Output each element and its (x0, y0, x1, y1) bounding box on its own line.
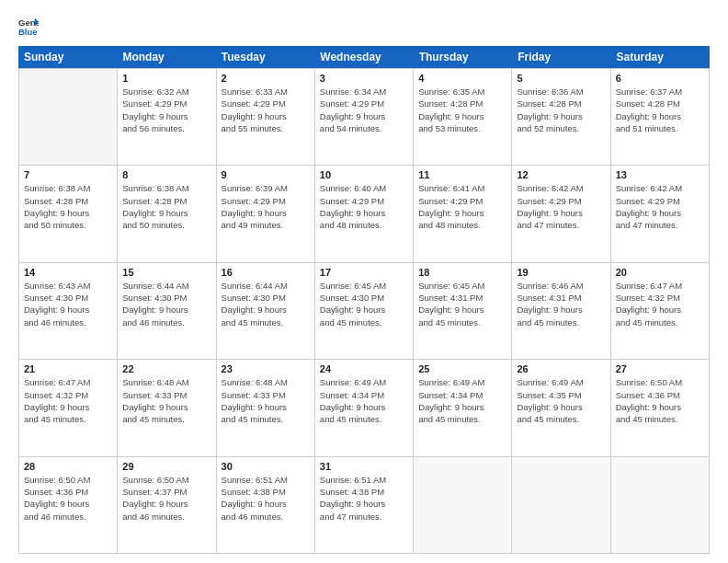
calendar-cell: 8Sunrise: 6:38 AMSunset: 4:28 PMDaylight… (118, 166, 216, 261)
cell-info-line: and 48 minutes. (418, 219, 506, 231)
weekday-header: Monday (117, 46, 215, 68)
cell-info-line: and 46 minutes. (24, 511, 112, 523)
calendar-cell: 31Sunrise: 6:51 AMSunset: 4:38 PMDayligh… (315, 457, 414, 553)
calendar-cell: 4Sunrise: 6:35 AMSunset: 4:28 PMDaylight… (414, 69, 512, 165)
calendar-cell: 12Sunrise: 6:42 AMSunset: 4:29 PMDayligh… (512, 166, 610, 261)
cell-info-line: Sunset: 4:38 PM (320, 486, 408, 498)
cell-info-line: Sunset: 4:29 PM (616, 195, 704, 207)
cell-info-line: Daylight: 9 hours (616, 110, 704, 122)
calendar-cell: 13Sunrise: 6:42 AMSunset: 4:29 PMDayligh… (611, 166, 710, 261)
cell-info-line: Sunrise: 6:49 AM (418, 376, 506, 388)
calendar-cell (19, 69, 118, 165)
cell-info-line: Sunset: 4:33 PM (122, 389, 210, 401)
calendar-cell: 1Sunrise: 6:32 AMSunset: 4:29 PMDaylight… (118, 69, 216, 165)
day-number: 26 (517, 363, 605, 374)
cell-info-line: Daylight: 9 hours (222, 207, 310, 219)
calendar-cell: 26Sunrise: 6:49 AMSunset: 4:35 PMDayligh… (512, 360, 610, 455)
cell-info-line: Daylight: 9 hours (222, 401, 310, 413)
day-number: 11 (418, 169, 506, 180)
cell-info-line: and 53 minutes. (418, 122, 506, 134)
cell-info-line: and 45 minutes. (222, 413, 310, 425)
cell-info-line: Daylight: 9 hours (517, 304, 605, 316)
cell-info-line: Sunset: 4:38 PM (222, 486, 310, 498)
cell-info-line: Sunset: 4:36 PM (616, 389, 704, 401)
day-number: 27 (616, 363, 704, 374)
day-number: 15 (122, 267, 210, 278)
day-number: 8 (122, 169, 210, 180)
cell-info-line: Sunrise: 6:38 AM (24, 182, 112, 194)
day-number: 17 (320, 267, 408, 278)
cell-info-line: Daylight: 9 hours (320, 304, 408, 316)
cell-info-line: and 48 minutes. (320, 219, 408, 231)
cell-info-line: Daylight: 9 hours (320, 498, 408, 510)
day-number: 22 (122, 363, 210, 374)
calendar-cell: 2Sunrise: 6:33 AMSunset: 4:29 PMDaylight… (217, 69, 315, 165)
cell-info-line: and 52 minutes. (517, 122, 605, 134)
cell-info-line: and 45 minutes. (320, 413, 408, 425)
cell-info-line: and 54 minutes. (320, 122, 408, 134)
cell-info-line: Daylight: 9 hours (320, 207, 408, 219)
calendar-row: 1Sunrise: 6:32 AMSunset: 4:29 PMDaylight… (19, 69, 710, 166)
calendar-cell: 11Sunrise: 6:41 AMSunset: 4:29 PMDayligh… (414, 166, 512, 261)
calendar-cell: 16Sunrise: 6:44 AMSunset: 4:30 PMDayligh… (217, 263, 315, 359)
cell-info-line: Daylight: 9 hours (24, 207, 112, 219)
calendar-row: 28Sunrise: 6:50 AMSunset: 4:36 PMDayligh… (19, 457, 710, 554)
calendar-cell: 29Sunrise: 6:50 AMSunset: 4:37 PMDayligh… (118, 457, 216, 553)
cell-info-line: Sunrise: 6:38 AM (122, 182, 210, 194)
cell-info-line: Daylight: 9 hours (122, 207, 210, 219)
day-number: 25 (418, 363, 506, 374)
cell-info-line: and 47 minutes. (616, 219, 704, 231)
cell-info-line: Sunrise: 6:49 AM (517, 376, 605, 388)
day-number: 23 (222, 363, 310, 374)
weekday-header: Sunday (18, 46, 117, 68)
cell-info-line: and 50 minutes. (122, 219, 210, 231)
cell-info-line: Sunset: 4:29 PM (222, 98, 310, 109)
cell-info-line: and 46 minutes. (222, 511, 310, 523)
cell-info-line: Daylight: 9 hours (24, 401, 112, 413)
weekday-header: Thursday (414, 46, 512, 68)
day-number: 1 (122, 73, 210, 84)
day-number: 31 (320, 461, 408, 472)
calendar-cell: 30Sunrise: 6:51 AMSunset: 4:38 PMDayligh… (217, 457, 315, 553)
day-number: 14 (24, 267, 112, 278)
cell-info-line: and 45 minutes. (517, 316, 605, 328)
day-number: 4 (418, 73, 506, 84)
calendar-cell: 20Sunrise: 6:47 AMSunset: 4:32 PMDayligh… (611, 263, 710, 359)
header: General Blue (18, 17, 710, 37)
cell-info-line: Daylight: 9 hours (320, 401, 408, 413)
weekday-header: Tuesday (216, 46, 314, 68)
cell-info-line: Daylight: 9 hours (122, 304, 210, 316)
cell-info-line: Sunrise: 6:48 AM (222, 376, 310, 388)
cell-info-line: Sunset: 4:36 PM (24, 486, 112, 498)
day-number: 6 (616, 73, 704, 84)
cell-info-line: Sunset: 4:30 PM (122, 292, 210, 304)
cell-info-line: Sunrise: 6:48 AM (122, 376, 210, 388)
cell-info-line: Sunset: 4:28 PM (418, 98, 506, 109)
cell-info-line: Daylight: 9 hours (517, 207, 605, 219)
day-number: 24 (320, 363, 408, 374)
calendar-cell: 7Sunrise: 6:38 AMSunset: 4:28 PMDaylight… (19, 166, 118, 261)
cell-info-line: Sunset: 4:32 PM (616, 292, 704, 304)
weekday-header: Friday (512, 46, 610, 68)
cell-info-line: Sunset: 4:29 PM (418, 195, 506, 207)
cell-info-line: Sunrise: 6:43 AM (24, 280, 112, 292)
calendar-cell: 15Sunrise: 6:44 AMSunset: 4:30 PMDayligh… (118, 263, 216, 359)
cell-info-line: Daylight: 9 hours (122, 401, 210, 413)
cell-info-line: Sunset: 4:32 PM (24, 389, 112, 401)
cell-info-line: Daylight: 9 hours (122, 110, 210, 122)
calendar-cell: 23Sunrise: 6:48 AMSunset: 4:33 PMDayligh… (217, 360, 315, 455)
cell-info-line: Sunrise: 6:44 AM (122, 280, 210, 292)
logo: General Blue (18, 17, 40, 37)
cell-info-line: Sunrise: 6:42 AM (517, 182, 605, 194)
cell-info-line: Sunrise: 6:47 AM (616, 280, 704, 292)
cell-info-line: Sunrise: 6:39 AM (222, 182, 310, 194)
cell-info-line: and 47 minutes. (517, 219, 605, 231)
cell-info-line: Sunset: 4:28 PM (517, 98, 605, 109)
cell-info-line: Sunset: 4:28 PM (616, 98, 704, 109)
day-number: 9 (222, 169, 310, 180)
cell-info-line: and 46 minutes. (122, 511, 210, 523)
calendar-cell: 28Sunrise: 6:50 AMSunset: 4:36 PMDayligh… (19, 457, 118, 553)
calendar-cell: 10Sunrise: 6:40 AMSunset: 4:29 PMDayligh… (315, 166, 414, 261)
day-number: 10 (320, 169, 408, 180)
cell-info-line: Daylight: 9 hours (122, 498, 210, 510)
